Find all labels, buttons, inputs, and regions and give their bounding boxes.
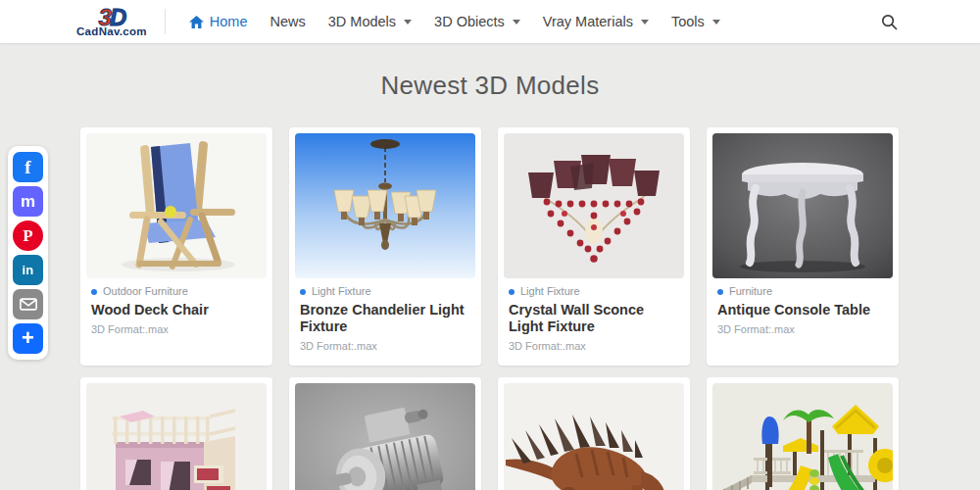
model-category-link[interactable]: Furniture	[717, 285, 889, 298]
nav-item-label: News	[270, 14, 306, 29]
email-share-button[interactable]	[13, 289, 43, 319]
model-format-label: 3D Format:.max	[717, 323, 889, 336]
bronze-chandelier-thumbnail[interactable]	[295, 133, 475, 278]
model-category-label: Furniture	[729, 285, 772, 298]
facebook-share-button[interactable]: f	[13, 152, 43, 182]
main-nav: HomeNews3D Models3D ObiectsVray Material…	[187, 8, 722, 35]
dinosaur-thumbnail[interactable]	[504, 383, 684, 490]
model-title-link[interactable]: Bronze Chandelier Light Fixture	[300, 302, 471, 335]
model-category-link[interactable]: Light Fixture	[300, 285, 471, 298]
chevron-down-icon	[404, 20, 412, 24]
model-title-link[interactable]: Wood Deck Chair	[91, 302, 263, 318]
linkedin-share-button[interactable]: in	[13, 255, 43, 285]
share-icon: +	[22, 327, 34, 349]
facebook-icon: f	[24, 158, 30, 176]
model-card[interactable]	[80, 377, 272, 490]
nav-item-tools[interactable]: Tools	[669, 8, 722, 35]
models-grid: Outdoor Furniture Wood Deck Chair 3D For…	[80, 127, 900, 490]
search-button[interactable]	[874, 7, 904, 36]
model-card-body: Furniture Antique Console Table 3D Forma…	[712, 278, 893, 343]
share-share-button[interactable]: +	[13, 323, 43, 354]
model-card[interactable]: Furniture Antique Console Table 3D Forma…	[707, 127, 899, 366]
model-card-body: Outdoor Furniture Wood Deck Chair 3D For…	[86, 278, 267, 343]
model-card[interactable]: Light Fixture Bronze Chandelier Light Fi…	[289, 127, 481, 366]
kids-bunk-bed-thumbnail[interactable]	[86, 383, 267, 490]
model-card[interactable]	[289, 377, 481, 490]
nav-item-home[interactable]: Home	[187, 8, 250, 35]
linkedin-icon: in	[22, 264, 33, 276]
model-category-label: Light Fixture	[312, 285, 371, 298]
crystal-wall-sconce-thumbnail[interactable]	[504, 133, 684, 278]
model-format-label: 3D Format:.max	[91, 323, 263, 336]
chevron-down-icon	[513, 20, 520, 24]
logo-subtitle: CadNav.com	[76, 26, 147, 38]
pinterest-icon: P	[23, 227, 32, 244]
nav-item-label: Home	[210, 14, 248, 29]
chevron-down-icon	[712, 20, 720, 24]
nav-item-news[interactable]: News	[269, 8, 308, 35]
site-header: 3D CadNav.com HomeNews3D Models3D Obiect…	[0, 0, 980, 44]
bullet-icon	[509, 289, 514, 295]
nav-item-label: Tools	[671, 14, 705, 29]
wood-deck-chair-thumbnail[interactable]	[86, 133, 267, 278]
model-format-label: 3D Format:.max	[300, 340, 471, 353]
site-logo[interactable]: 3D CadNav.com	[76, 5, 147, 37]
model-card[interactable]: Light Fixture Crystal Wall Sconce Light …	[498, 127, 690, 366]
search-icon	[881, 14, 898, 30]
model-card[interactable]: Outdoor Furniture Wood Deck Chair 3D For…	[80, 127, 272, 366]
model-category-label: Light Fixture	[520, 285, 580, 298]
nav-item-label: 3D Models	[328, 14, 396, 29]
header-divider	[165, 9, 166, 34]
model-category-link[interactable]: Light Fixture	[509, 285, 680, 298]
mastodon-share-button[interactable]: m	[13, 186, 43, 217]
chevron-down-icon	[641, 20, 649, 24]
model-title-link[interactable]: Antique Console Table	[717, 302, 889, 318]
model-format-label: 3D Format:.max	[509, 340, 680, 353]
model-card[interactable]	[707, 377, 899, 490]
pinterest-share-button[interactable]: P	[13, 220, 43, 251]
model-card[interactable]	[498, 377, 690, 490]
nav-item-3d-obiects[interactable]: 3D Obiects	[432, 8, 522, 35]
playground-thumbnail[interactable]	[712, 383, 893, 490]
home-icon	[189, 16, 204, 28]
page-title: Newest 3D Models	[0, 44, 980, 101]
model-title-link[interactable]: Crystal Wall Sconce Light Fixture	[509, 302, 680, 335]
bullet-icon	[300, 289, 306, 295]
model-card-body: Light Fixture Bronze Chandelier Light Fi…	[295, 278, 475, 360]
model-card-body: Light Fixture Crystal Wall Sconce Light …	[504, 278, 684, 360]
envelope-icon	[20, 298, 37, 311]
nav-item-3d-models[interactable]: 3D Models	[326, 8, 414, 35]
nav-item-label: 3D Obiects	[434, 14, 505, 29]
social-share-sidebar: fmPin+	[8, 146, 48, 360]
bullet-icon	[91, 289, 97, 295]
electric-motor-thumbnail[interactable]	[295, 383, 475, 490]
nav-item-vray-materials[interactable]: Vray Materials	[541, 8, 651, 35]
bullet-icon	[717, 289, 723, 295]
antique-console-table-thumbnail[interactable]	[712, 133, 893, 278]
nav-item-label: Vray Materials	[543, 14, 633, 29]
model-category-link[interactable]: Outdoor Furniture	[91, 285, 263, 298]
mastodon-icon: m	[21, 193, 35, 210]
model-category-label: Outdoor Furniture	[103, 285, 188, 298]
